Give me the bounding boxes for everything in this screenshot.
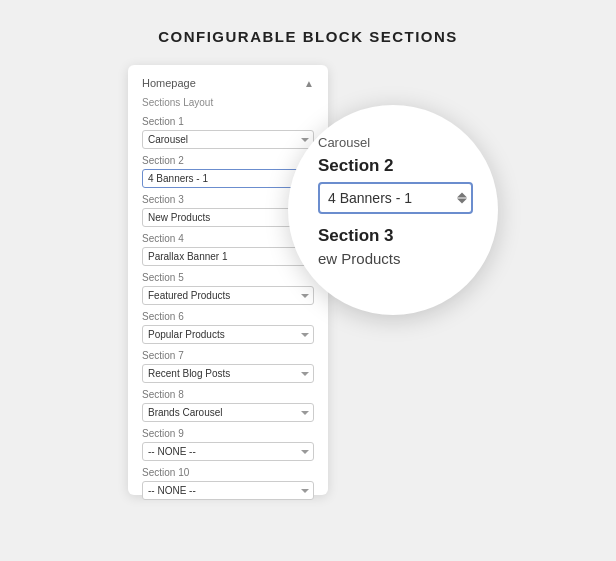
section-select-5[interactable]: Featured Products xyxy=(142,286,314,305)
card-container: Homepage ▲ Sections Layout Section 1Caro… xyxy=(128,65,488,520)
section-block-5: Section 5Featured Products xyxy=(142,272,314,305)
section-block-4: Section 4Parallax Banner 1 xyxy=(142,233,314,266)
section-select-8[interactable]: Brands Carousel xyxy=(142,403,314,422)
zoom-section2-title: Section 2 xyxy=(318,156,394,176)
zoom-section2-select[interactable]: 4 Banners - 1 xyxy=(318,182,473,214)
zoom-circle: Carousel Section 2 4 Banners - 1 Section… xyxy=(288,105,498,315)
sections-layout-label: Sections Layout xyxy=(142,97,314,108)
section-select-1[interactable]: Carousel xyxy=(142,130,314,149)
section-label-10: Section 10 xyxy=(142,467,314,478)
section-select-10[interactable]: -- NONE -- xyxy=(142,481,314,500)
section-block-2: Section 24 Banners - 1 xyxy=(142,155,314,188)
settings-panel: Homepage ▲ Sections Layout Section 1Caro… xyxy=(128,65,328,495)
section-block-10: Section 10-- NONE -- xyxy=(142,467,314,500)
section-select-2[interactable]: 4 Banners - 1 xyxy=(142,169,314,188)
section-block-7: Section 7Recent Blog Posts xyxy=(142,350,314,383)
section-block-6: Section 6Popular Products xyxy=(142,311,314,344)
zoom-section3-title: Section 3 xyxy=(318,226,394,246)
section-label-6: Section 6 xyxy=(142,311,314,322)
section-label-2: Section 2 xyxy=(142,155,314,166)
section-select-4[interactable]: Parallax Banner 1 xyxy=(142,247,314,266)
section-select-6[interactable]: Popular Products xyxy=(142,325,314,344)
panel-arrow: ▲ xyxy=(304,78,314,89)
section-select-9[interactable]: -- NONE -- xyxy=(142,442,314,461)
panel-header: Homepage ▲ xyxy=(142,77,314,89)
page-title: CONFIGURABLE BLOCK SECTIONS xyxy=(158,28,458,45)
zoom-carousel-label: Carousel xyxy=(318,135,370,150)
section-select-7[interactable]: Recent Blog Posts xyxy=(142,364,314,383)
section-label-8: Section 8 xyxy=(142,389,314,400)
section-label-7: Section 7 xyxy=(142,350,314,361)
section-block-8: Section 8Brands Carousel xyxy=(142,389,314,422)
sections-list: Section 1CarouselSection 24 Banners - 1S… xyxy=(142,116,314,500)
section-label-9: Section 9 xyxy=(142,428,314,439)
zoom-select-wrapper[interactable]: 4 Banners - 1 xyxy=(318,182,473,214)
section-label-5: Section 5 xyxy=(142,272,314,283)
zoom-section3-value: ew Products xyxy=(318,250,401,267)
section-block-1: Section 1Carousel xyxy=(142,116,314,149)
section-block-9: Section 9-- NONE -- xyxy=(142,428,314,461)
panel-homepage-label: Homepage xyxy=(142,77,196,89)
section-label-4: Section 4 xyxy=(142,233,314,244)
section-label-1: Section 1 xyxy=(142,116,314,127)
